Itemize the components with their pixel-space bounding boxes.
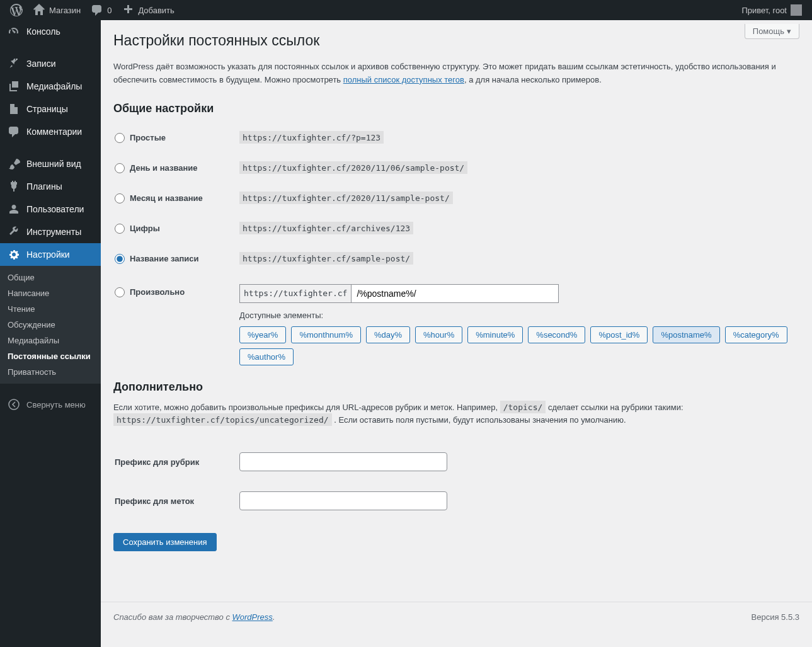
label-monthname: Месяц и название <box>130 193 203 203</box>
radio-plain[interactable] <box>115 133 125 143</box>
dashboard-icon <box>8 25 20 38</box>
wordpress-icon <box>10 4 23 16</box>
site-name-link[interactable]: Магазин <box>28 0 86 20</box>
tag-base-label: Префикс для меток <box>115 496 194 506</box>
menu-comments[interactable]: Комментарии <box>0 120 101 143</box>
avatar <box>791 4 802 16</box>
version-text: Версия 5.5.3 <box>752 612 799 622</box>
example-dayname: https://tuxfighter.cf/2020/11/06/sample-… <box>239 161 467 174</box>
collapse-icon <box>8 398 20 411</box>
tag-button[interactable]: %author% <box>239 348 294 365</box>
radio-custom[interactable] <box>115 287 125 297</box>
pin-icon <box>8 57 20 70</box>
example-numeric: https://tuxfighter.cf/archives/123 <box>239 222 413 234</box>
tag-button[interactable]: %postname% <box>653 326 719 343</box>
admin-toolbar: Магазин 0 Добавить Привет, root <box>0 0 812 20</box>
tag-button[interactable]: %second% <box>528 326 585 343</box>
settings-icon <box>8 248 20 261</box>
page-icon <box>8 103 20 115</box>
menu-media[interactable]: Медиафайлы <box>0 75 101 98</box>
wp-logo[interactable] <box>5 0 28 20</box>
menu-settings[interactable]: Настройки <box>0 243 101 266</box>
add-new-link[interactable]: Добавить <box>117 0 179 20</box>
radio-postname[interactable] <box>115 254 125 264</box>
users-icon <box>8 203 20 215</box>
tag-button[interactable]: %post_id% <box>590 326 648 343</box>
tag-button[interactable]: %monthnum% <box>291 326 361 343</box>
page-title: Настройки постоянных ссылок <box>113 26 799 52</box>
plugin-icon <box>8 180 20 193</box>
settings-submenu: Общие Написание Чтение Обсуждение Медиаф… <box>0 266 101 384</box>
chevron-down-icon: ▾ <box>787 26 791 36</box>
radio-numeric[interactable] <box>115 224 125 234</box>
menu-pages[interactable]: Страницы <box>0 98 101 120</box>
tag-button[interactable]: %category% <box>725 326 787 343</box>
content-area: Помощь ▾ Настройки постоянных ссылок Wor… <box>101 20 812 647</box>
comment-icon <box>91 4 103 16</box>
menu-posts[interactable]: Записи <box>0 52 101 75</box>
available-label: Доступные элементы: <box>239 311 799 320</box>
menu-plugins[interactable]: Плагины <box>0 175 101 198</box>
help-tab[interactable]: Помощь ▾ <box>745 24 799 39</box>
example-plain: https://tuxfighter.cf/?p=123 <box>239 131 384 144</box>
custom-prefix: https://tuxfighter.cf <box>239 284 351 303</box>
tag-base-input[interactable] <box>239 491 447 510</box>
radio-dayname[interactable] <box>115 163 125 173</box>
wordpress-link[interactable]: WordPress <box>232 612 273 622</box>
sub-reading[interactable]: Чтение <box>0 301 101 317</box>
tools-icon <box>8 226 20 238</box>
save-button[interactable]: Сохранить изменения <box>113 533 217 551</box>
admin-menu: Консоль Записи Медиафайлы Страницы Комме… <box>0 20 101 647</box>
my-account[interactable]: Привет, root <box>736 0 807 20</box>
sub-privacy[interactable]: Приватность <box>0 364 101 380</box>
sub-media[interactable]: Медиафайлы <box>0 333 101 348</box>
category-base-input[interactable] <box>239 452 447 471</box>
menu-tools[interactable]: Инструменты <box>0 220 101 243</box>
label-dayname: День и название <box>130 163 198 173</box>
sub-discussion[interactable]: Обсуждение <box>0 317 101 333</box>
tag-button[interactable]: %year% <box>239 326 286 343</box>
sub-writing[interactable]: Написание <box>0 285 101 301</box>
greeting-text: Привет, root <box>741 6 787 15</box>
label-plain: Простые <box>130 133 166 142</box>
optional-heading: Дополнительно <box>113 381 799 394</box>
comments-count: 0 <box>107 6 112 15</box>
home-icon <box>33 4 45 16</box>
radio-monthname[interactable] <box>115 193 125 203</box>
sub-permalinks[interactable]: Постоянные ссылки <box>0 348 101 364</box>
optional-desc: Если хотите, можно добавить произвольные… <box>113 401 799 428</box>
svg-point-0 <box>9 399 19 409</box>
media-icon <box>8 80 20 93</box>
collapse-menu[interactable]: Свернуть меню <box>0 393 101 416</box>
add-new-text: Добавить <box>138 6 174 15</box>
label-numeric: Цифры <box>130 224 160 233</box>
comments-link[interactable]: 0 <box>86 0 117 20</box>
site-name-text: Магазин <box>49 6 81 15</box>
tag-button[interactable]: %minute% <box>467 326 523 343</box>
category-base-label: Префикс для рубрик <box>115 457 199 467</box>
example-postname: https://tuxfighter.cf/sample-post/ <box>239 252 413 265</box>
label-custom: Произвольно <box>130 287 185 297</box>
tag-button[interactable]: %day% <box>366 326 410 343</box>
custom-structure-input[interactable] <box>351 284 559 303</box>
structure-tags: %year%%monthnum%%day%%hour%%minute%%seco… <box>239 326 799 365</box>
tags-docs-link[interactable]: полный список доступных тегов <box>343 75 464 84</box>
common-settings-heading: Общие настройки <box>113 102 799 115</box>
menu-users[interactable]: Пользователи <box>0 198 101 220</box>
plus-icon <box>122 4 134 16</box>
menu-appearance[interactable]: Внешний вид <box>0 152 101 175</box>
sub-general[interactable]: Общие <box>0 270 101 285</box>
intro-text: WordPress даёт возможность указать для п… <box>113 60 799 87</box>
admin-footer: Спасибо вам за творчество с WordPress. В… <box>101 602 812 632</box>
comments-icon <box>8 125 20 138</box>
label-postname: Название записи <box>130 254 199 263</box>
tag-button[interactable]: %hour% <box>415 326 462 343</box>
menu-dashboard[interactable]: Консоль <box>0 20 101 43</box>
example-monthname: https://tuxfighter.cf/2020/11/sample-pos… <box>239 192 453 204</box>
brush-icon <box>8 157 20 170</box>
